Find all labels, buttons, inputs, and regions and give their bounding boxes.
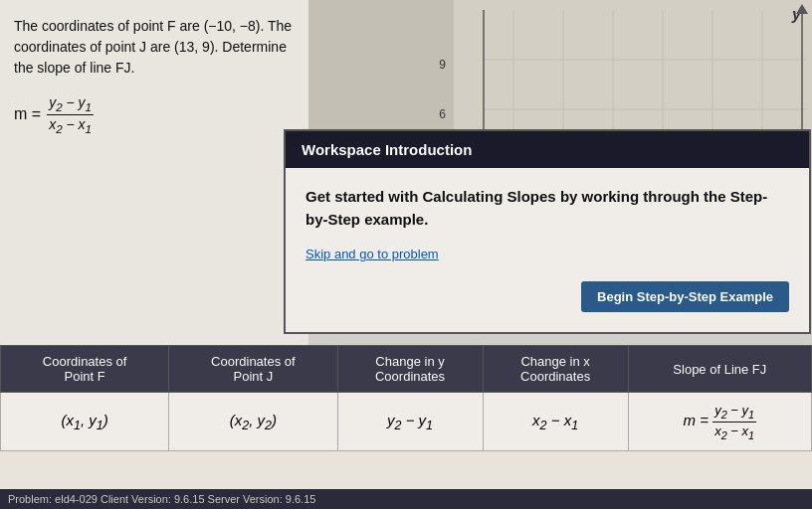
th-point-f: Coordinates ofPoint F (1, 346, 169, 393)
td-slope: m = y2 − y1 x2 − x1 (628, 393, 811, 451)
fraction-line (47, 114, 94, 115)
change-x-formula: x2 − x1 (532, 412, 578, 428)
version-bar: Problem: eld4-029 Client Version: 9.6.15… (0, 489, 812, 509)
version-text: Problem: eld4-029 Client Version: 9.6.15… (8, 493, 315, 505)
td-point-j: (x2, y2) (169, 393, 337, 451)
th-change-x: Change in xCoordinates (483, 346, 628, 393)
slope-frac-line (712, 422, 756, 423)
formula-numerator: y2 − y1 (47, 94, 94, 113)
modal-header: Workspace Introduction (286, 131, 809, 168)
formula-fraction: y2 − y1 x2 − x1 (47, 94, 94, 135)
modal-body: Get started with Calculating Slopes by w… (286, 168, 809, 332)
workspace-modal: Workspace Introduction Get started with … (284, 129, 811, 334)
graph-y9-label: 9 (439, 58, 446, 72)
begin-button[interactable]: Begin Step-by-Step Example (581, 281, 789, 312)
modal-title: Workspace Introduction (302, 141, 472, 158)
table-area: Coordinates ofPoint F Coordinates ofPoin… (0, 345, 812, 509)
th-point-j: Coordinates ofPoint J (169, 346, 337, 393)
graph-y6-label: 6 (439, 107, 446, 121)
modal-description: Get started with Calculating Slopes by w… (305, 186, 789, 231)
slope-denominator: x2 − x1 (712, 424, 756, 441)
skip-link[interactable]: Skip and go to problem (305, 247, 439, 261)
table-row: (x1, y1) (x2, y2) y2 − y1 x2 − x1 m = (1, 393, 812, 451)
formula-block: m = y2 − y1 x2 − x1 (14, 94, 295, 135)
th-slope: Slope of Line FJ (628, 346, 811, 393)
formula-denominator: x2 − x1 (47, 116, 94, 135)
td-change-y: y2 − y1 (337, 393, 483, 451)
change-y-formula: y2 − y1 (387, 412, 433, 428)
data-table: Coordinates ofPoint F Coordinates ofPoin… (0, 345, 812, 451)
formula-m-label: m = (14, 105, 41, 123)
modal-footer: Begin Step-by-Step Example (305, 281, 789, 312)
slope-fraction: y2 − y1 x2 − x1 (712, 403, 756, 440)
point-j-coords: (x2, y2) (230, 412, 277, 428)
td-change-x: x2 − x1 (483, 393, 628, 451)
slope-numerator: y2 − y1 (712, 403, 756, 421)
problem-text: The coordinates of point F are (−10, −8)… (14, 16, 295, 79)
point-f-coords: (x1, y1) (62, 412, 108, 428)
th-change-y: Change in yCoordinates (337, 346, 483, 393)
td-point-f: (x1, y1) (1, 393, 169, 451)
table-header-row: Coordinates ofPoint F Coordinates ofPoin… (1, 346, 812, 393)
main-content: The coordinates of point F are (−10, −8)… (0, 0, 812, 509)
slope-formula: m = (684, 412, 709, 428)
